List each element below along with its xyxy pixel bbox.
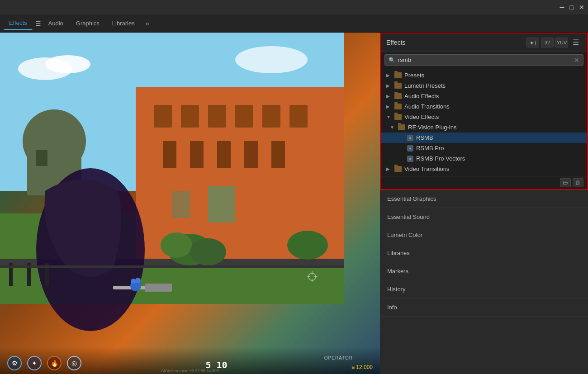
minimize-button[interactable]: ─ — [560, 4, 564, 10]
tab-effects[interactable]: Effects — [4, 17, 33, 30]
side-panel-lumetri-color[interactable]: Lumetri Color — [380, 226, 588, 244]
video-preview: ⚙ ✦ 🔥 ◎ 5 10 ≡ 12,000 OPERATOR SIGMA ver… — [0, 33, 380, 374]
tree-item-audio-transitions[interactable]: ▶ Audio Transitions — [381, 101, 587, 112]
side-panel-libraries[interactable]: Libraries — [380, 244, 588, 262]
tab-audio[interactable]: Audio — [43, 17, 69, 29]
tree-effect-icon-rsmb — [407, 135, 413, 141]
title-bar-controls: ─ □ ✕ — [560, 4, 584, 10]
tab-graphics[interactable]: Graphics — [71, 17, 105, 29]
tree-effect-icon-rsmb-pro — [407, 145, 413, 151]
delete-btn[interactable]: 🗑 — [573, 178, 583, 187]
effects-header-icons: ►| 32 YUV ☰ — [526, 37, 582, 47]
effects-menu-btn[interactable]: ☰ — [570, 37, 582, 47]
new-folder-btn[interactable]: 🗁 — [560, 178, 571, 187]
tree-label-audio-transitions: Audio Transitions — [404, 103, 450, 110]
hud-score: ≡ 12,000 — [351, 364, 373, 370]
hud-ability-3: 🔥 — [47, 356, 62, 370]
side-panel-history[interactable]: History — [380, 280, 588, 298]
tree-item-lumetri[interactable]: ▶ Lumetri Presets — [381, 80, 587, 91]
search-input-wrapper: 🔍 ✕ — [384, 54, 583, 66]
tree-folder-icon-revision — [398, 124, 405, 130]
tree-item-rsmb[interactable]: RSMB — [381, 133, 587, 143]
svg-rect-6 — [154, 105, 172, 128]
tree-item-rsmb-pro-vectors[interactable]: RSMB Pro Vectors — [381, 153, 587, 164]
tree-folder-icon-video-transitions — [394, 166, 402, 172]
svg-rect-21 — [208, 186, 235, 223]
svg-rect-11 — [289, 105, 308, 128]
svg-rect-13 — [190, 141, 204, 168]
tree-arrow-audio-transitions: ▶ — [386, 104, 392, 109]
tree-arrow-video-effects: ▼ — [386, 114, 392, 119]
side-panel-essential-sound[interactable]: Essential Sound — [380, 208, 588, 226]
svg-point-32 — [287, 231, 328, 260]
svg-rect-15 — [244, 141, 258, 168]
svg-point-30 — [161, 232, 192, 258]
side-panel-essential-graphics[interactable]: Essential Graphics — [380, 190, 588, 208]
tree-item-audio-effects[interactable]: ▶ Audio Effects — [381, 91, 587, 101]
tree-arrow-video-transitions: ▶ — [386, 166, 392, 171]
hud-version: SIGMA version 02.97.86.14.305 — [161, 369, 219, 373]
tab-menu-icon[interactable]: ☰ — [35, 20, 41, 27]
tree-folder-icon-audio-effects — [394, 93, 402, 99]
tree-effect-icon-rsmb-pro-vectors — [407, 156, 413, 162]
effects-panel: Effects ►| 32 YUV ☰ 🔍 — [380, 33, 588, 190]
bit-depth-btn[interactable]: 32 — [541, 38, 554, 47]
title-bar: ─ □ ✕ — [0, 0, 588, 14]
tree-arrow-lumetri: ▶ — [386, 83, 392, 88]
delete-icon: 🗑 — [575, 180, 581, 186]
tree-label-rsmb-pro: RSMB Pro — [416, 145, 444, 151]
svg-rect-28 — [145, 284, 172, 292]
search-clear-button[interactable]: ✕ — [574, 57, 579, 63]
search-input[interactable] — [398, 57, 571, 63]
svg-rect-10 — [262, 105, 280, 128]
tree-folder-icon-audio-transitions — [394, 104, 402, 109]
tab-libraries[interactable]: Libraries — [107, 17, 140, 29]
game-scene-svg — [0, 33, 380, 374]
tree-item-presets[interactable]: ▶ Presets — [381, 70, 587, 80]
yuv-icon: YUV — [557, 40, 567, 45]
svg-point-2 — [45, 55, 90, 73]
tree-label-video-effects: Video Effects — [404, 114, 439, 120]
effects-panel-header: Effects ►| 32 YUV ☰ — [381, 33, 587, 52]
svg-rect-22 — [172, 191, 190, 218]
side-panels-list: Essential Graphics Essential Sound Lumet… — [380, 190, 588, 374]
tree-item-video-effects[interactable]: ▼ Video Effects — [381, 112, 587, 122]
search-icon: 🔍 — [389, 57, 395, 63]
new-folder-icon: 🗁 — [563, 180, 568, 186]
tree-item-rsmb-pro[interactable]: RSMB Pro — [381, 143, 587, 153]
main-area: ⚙ ✦ 🔥 ◎ 5 10 ≡ 12,000 OPERATOR SIGMA ver… — [0, 33, 588, 374]
yuv-btn[interactable]: YUV — [555, 38, 568, 47]
tree-label-rsmb-pro-vectors: RSMB Pro Vectors — [416, 155, 465, 162]
hud-ability-4: ◎ — [67, 356, 81, 370]
tree-arrow-presets: ▶ — [386, 73, 392, 78]
maximize-button[interactable]: □ — [570, 4, 574, 10]
tree-item-video-transitions[interactable]: ▶ Video Transitions — [381, 164, 587, 174]
effects-panel-footer: 🗁 🗑 — [381, 176, 587, 189]
tree-label-presets: Presets — [404, 72, 424, 79]
accelerate-icon: ►| — [530, 40, 536, 45]
tree-label-revision: RE:Vision Plug-ins — [408, 124, 456, 131]
tree-label-video-transitions: Video Transitions — [404, 166, 450, 172]
svg-rect-12 — [163, 141, 176, 168]
tree-folder-icon-lumetri — [394, 83, 402, 89]
tree-label-lumetri: Lumetri Presets — [404, 82, 446, 89]
accelerate-icon-btn[interactable]: ►| — [526, 38, 539, 47]
svg-point-40 — [135, 278, 141, 283]
video-background: ⚙ ✦ 🔥 ◎ 5 10 ≡ 12,000 OPERATOR SIGMA ver… — [0, 33, 380, 374]
tree-label-rsmb: RSMB — [416, 134, 433, 141]
tab-bar: Effects ☰ Audio Graphics Libraries » — [0, 14, 588, 33]
svg-rect-19 — [36, 150, 47, 166]
close-button[interactable]: ✕ — [579, 4, 584, 10]
effects-search-bar: 🔍 ✕ — [381, 52, 587, 68]
hud-abilities: ⚙ ✦ 🔥 ◎ — [7, 356, 81, 370]
side-panel-info[interactable]: Info — [380, 298, 588, 317]
tree-folder-icon-presets — [394, 72, 402, 78]
svg-rect-9 — [235, 105, 253, 128]
tree-item-revision[interactable]: ▼ RE:Vision Plug-ins — [381, 122, 587, 133]
tab-more-button[interactable]: » — [146, 20, 149, 27]
svg-rect-14 — [217, 141, 231, 168]
side-panel-markers[interactable]: Markers — [380, 262, 588, 280]
svg-rect-7 — [181, 105, 199, 128]
tree-arrow-audio-effects: ▶ — [386, 94, 392, 99]
bit-depth-icon: 32 — [545, 40, 550, 45]
